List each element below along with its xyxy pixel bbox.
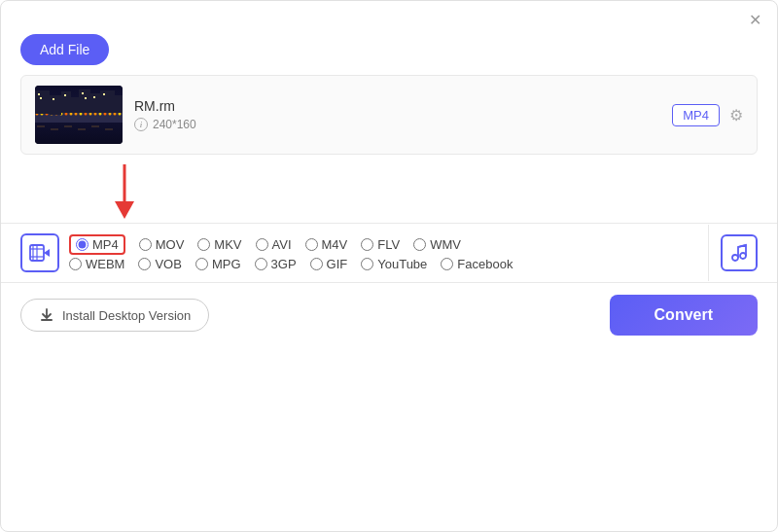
file-actions: MP4 ⚙	[672, 104, 743, 126]
format-options: MP4 MOV MKV AVI M4V	[69, 234, 704, 271]
svg-point-9	[740, 253, 746, 259]
format-webm[interactable]: WEBM	[69, 257, 124, 271]
format-facebook[interactable]: Facebook	[441, 257, 513, 271]
music-note-icon	[729, 243, 749, 263]
format-row-2: WEBM VOB MPG 3GP GIF	[69, 257, 704, 271]
format-vob[interactable]: VOB	[138, 257, 181, 271]
format-youtube[interactable]: YouTube	[361, 257, 427, 271]
radio-mkv[interactable]	[197, 238, 210, 251]
arrow-area	[1, 155, 777, 223]
format-mp4[interactable]: MP4	[69, 234, 125, 255]
convert-button[interactable]: Convert	[610, 295, 758, 336]
main-window: ✕ Add File RM.rm i 240*160 MP4 ⚙	[0, 0, 778, 532]
format-wmv[interactable]: WMV	[413, 237, 461, 252]
svg-point-8	[732, 255, 738, 261]
format-wmv-label: WMV	[430, 237, 461, 252]
format-webm-label: WEBM	[86, 257, 124, 271]
file-thumbnail	[35, 86, 123, 144]
format-avi[interactable]: AVI	[256, 237, 292, 252]
settings-icon[interactable]: ⚙	[729, 106, 743, 124]
install-label: Install Desktop Version	[62, 308, 191, 323]
info-icon: i	[134, 118, 148, 131]
film-icon	[29, 242, 51, 264]
format-gif[interactable]: GIF	[310, 257, 348, 271]
radio-webm[interactable]	[69, 258, 82, 270]
down-arrow	[113, 164, 136, 223]
format-avi-label: AVI	[272, 237, 292, 252]
format-m4v-label: M4V	[322, 237, 348, 252]
svg-rect-11	[41, 319, 53, 321]
file-info: RM.rm i 240*160	[134, 98, 660, 131]
format-panel: MP4 MOV MKV AVI M4V	[1, 223, 777, 282]
format-row-1: MP4 MOV MKV AVI M4V	[69, 234, 704, 255]
format-youtube-label: YouTube	[377, 257, 427, 271]
radio-wmv[interactable]	[413, 238, 426, 251]
file-name: RM.rm	[134, 98, 660, 114]
format-facebook-label: Facebook	[457, 257, 513, 271]
format-gif-label: GIF	[327, 257, 348, 271]
svg-marker-3	[44, 249, 50, 257]
format-mov[interactable]: MOV	[139, 237, 185, 252]
format-mkv[interactable]: MKV	[197, 237, 241, 252]
format-flv[interactable]: FLV	[361, 237, 400, 252]
add-file-button[interactable]: Add File	[20, 34, 109, 65]
radio-mpg[interactable]	[195, 258, 208, 270]
radio-flv[interactable]	[361, 238, 373, 251]
format-3gp-label: 3GP	[271, 257, 297, 271]
audio-format-button[interactable]	[721, 234, 758, 271]
radio-vob[interactable]	[138, 258, 151, 270]
svg-marker-1	[115, 201, 134, 219]
format-mkv-label: MKV	[214, 237, 241, 252]
radio-3gp[interactable]	[255, 258, 267, 270]
format-mpg-label: MPG	[212, 257, 241, 271]
radio-avi[interactable]	[256, 238, 268, 251]
format-mp4-label: MP4	[92, 237, 119, 252]
radio-m4v[interactable]	[305, 238, 318, 251]
radio-youtube[interactable]	[361, 258, 373, 270]
format-panel-left	[20, 224, 69, 282]
format-mpg[interactable]: MPG	[195, 257, 241, 271]
format-3gp[interactable]: 3GP	[255, 257, 297, 271]
bottom-bar: Install Desktop Version Convert	[1, 282, 777, 347]
radio-gif[interactable]	[310, 258, 323, 270]
radio-facebook[interactable]	[441, 258, 453, 270]
file-list: RM.rm i 240*160 MP4 ⚙	[20, 75, 758, 155]
title-bar: ✕	[1, 1, 777, 28]
format-mov-label: MOV	[156, 237, 185, 252]
file-resolution: 240*160	[153, 118, 196, 131]
video-format-button[interactable]	[20, 233, 59, 272]
vertical-divider	[708, 225, 709, 281]
install-desktop-button[interactable]: Install Desktop Version	[20, 299, 209, 332]
file-meta: i 240*160	[134, 118, 660, 131]
radio-mp4[interactable]	[76, 238, 88, 251]
download-icon	[39, 307, 54, 323]
file-item: RM.rm i 240*160 MP4 ⚙	[21, 76, 757, 154]
close-button[interactable]: ✕	[746, 11, 763, 28]
toolbar: Add File	[1, 28, 777, 75]
svg-line-10	[738, 245, 746, 247]
format-badge-button[interactable]: MP4	[672, 104, 720, 126]
format-flv-label: FLV	[377, 237, 400, 252]
format-m4v[interactable]: M4V	[305, 237, 348, 252]
radio-mov[interactable]	[139, 238, 152, 251]
format-vob-label: VOB	[155, 257, 181, 271]
